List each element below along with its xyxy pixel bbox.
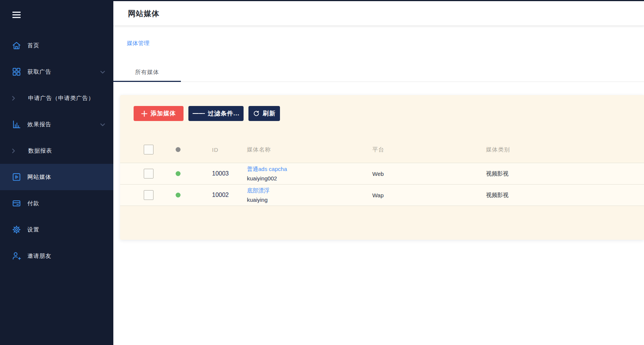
media-platform: Web	[372, 171, 384, 177]
chevron-down-icon	[100, 68, 105, 75]
bar-chart-icon	[11, 120, 21, 130]
table-row: 10002 底部漂浮 kuaiying Wap 视频影视	[120, 185, 644, 206]
filter-icon	[193, 112, 205, 115]
plus-icon	[141, 110, 147, 117]
chevron-down-icon	[100, 121, 105, 128]
media-panel: 添加媒体 过滤条件... 刷新	[120, 95, 644, 240]
filter-button[interactable]: 过滤条件...	[188, 106, 244, 121]
media-name-cell: 普通ads capcha kuaiying002	[247, 164, 287, 183]
chevron-right-icon	[12, 146, 22, 156]
column-header-platform: 平台	[372, 146, 384, 153]
sidebar-item-label: 付款	[27, 200, 39, 207]
refresh-icon	[253, 110, 260, 117]
media-id: 10002	[212, 192, 229, 198]
sidebar-item-reports[interactable]: 效果报告	[0, 111, 113, 138]
play-square-icon	[11, 172, 21, 182]
column-header-id: ID	[212, 147, 218, 153]
status-dot-active	[176, 193, 181, 198]
sidebar-item-home[interactable]: 首页	[0, 32, 113, 59]
sidebar-item-label: 申请广告（申请类广告）	[28, 95, 94, 102]
status-dot-active	[176, 171, 181, 176]
tab-active-indicator	[113, 81, 181, 82]
row-select-checkbox[interactable]	[144, 169, 153, 179]
sidebar-item-apply-ads[interactable]: 申请广告（申请类广告）	[0, 85, 113, 111]
table-header-row: ID 媒体名称 平台 媒体类别	[120, 136, 644, 163]
sidebar-item-settings[interactable]: 设置	[0, 216, 113, 243]
tab-all-media[interactable]: 所有媒体	[113, 65, 181, 82]
media-table: ID 媒体名称 平台 媒体类别 10003 普通ads capcha kuaiy…	[120, 136, 644, 206]
media-account: kuaiying	[247, 195, 269, 204]
status-column-dot	[176, 147, 181, 152]
add-media-button[interactable]: 添加媒体	[134, 106, 184, 121]
row-select-checkbox[interactable]	[144, 190, 153, 200]
refresh-button[interactable]: 刷新	[248, 106, 280, 121]
sidebar-item-payment[interactable]: 付款	[0, 190, 113, 216]
sidebar-item-get-ads[interactable]: 获取广告	[0, 59, 113, 85]
sidebar-item-data-report[interactable]: 数据报表	[0, 138, 113, 164]
add-media-label: 添加媒体	[150, 110, 176, 118]
select-all-checkbox[interactable]	[144, 145, 153, 154]
sidebar-item-label: 效果报告	[27, 121, 51, 128]
breadcrumb[interactable]: 媒体管理	[127, 40, 149, 47]
sidebar-item-label: 首页	[27, 42, 39, 49]
sidebar-item-label: 获取广告	[27, 68, 51, 76]
sidebar-item-label: 邀请朋友	[27, 253, 51, 260]
sidebar: 首页 获取广告 申请广告（申请类广告）	[0, 0, 113, 345]
table-row: 10003 普通ads capcha kuaiying002 Web 视频影视	[120, 163, 644, 185]
user-plus-icon	[11, 251, 21, 261]
sidebar-item-label: 设置	[27, 226, 39, 233]
media-name-link[interactable]: 普通ads capcha	[247, 164, 287, 174]
media-category: 视频影视	[486, 170, 509, 177]
sidebar-menu: 首页 获取广告 申请广告（申请类广告）	[0, 32, 113, 269]
media-account: kuaiying002	[247, 174, 287, 183]
media-id: 10003	[212, 170, 229, 177]
hamburger-menu-icon[interactable]	[12, 12, 21, 18]
main-content: 网站媒体 媒体管理 所有媒体 添加媒体 过滤条件...	[113, 1, 644, 345]
sidebar-item-label: 数据报表	[28, 147, 52, 154]
filter-label: 过滤条件...	[208, 110, 239, 118]
grid-icon	[11, 67, 21, 77]
page-title: 网站媒体	[128, 8, 159, 18]
credit-card-icon	[11, 198, 21, 209]
media-name-cell: 底部漂浮 kuaiying	[247, 186, 269, 204]
home-icon	[11, 41, 21, 51]
sidebar-item-invite-friends[interactable]: 邀请朋友	[0, 243, 113, 269]
sidebar-item-website-media[interactable]: 网站媒体	[0, 164, 113, 190]
media-name-link[interactable]: 底部漂浮	[247, 186, 269, 195]
gear-icon	[11, 225, 21, 235]
sidebar-item-label: 网站媒体	[27, 174, 51, 181]
chevron-right-icon	[12, 93, 22, 103]
tabbar-divider	[113, 82, 644, 82]
column-header-category: 媒体类别	[486, 146, 510, 153]
refresh-label: 刷新	[263, 110, 275, 118]
page-header: 网站媒体	[113, 1, 644, 26]
media-platform: Wap	[372, 192, 384, 198]
tab-label: 所有媒体	[113, 69, 181, 76]
media-category: 视频影视	[486, 192, 509, 199]
column-header-name: 媒体名称	[247, 146, 271, 153]
top-border-strip	[0, 0, 644, 1]
toolbar: 添加媒体 过滤条件... 刷新	[134, 106, 280, 121]
